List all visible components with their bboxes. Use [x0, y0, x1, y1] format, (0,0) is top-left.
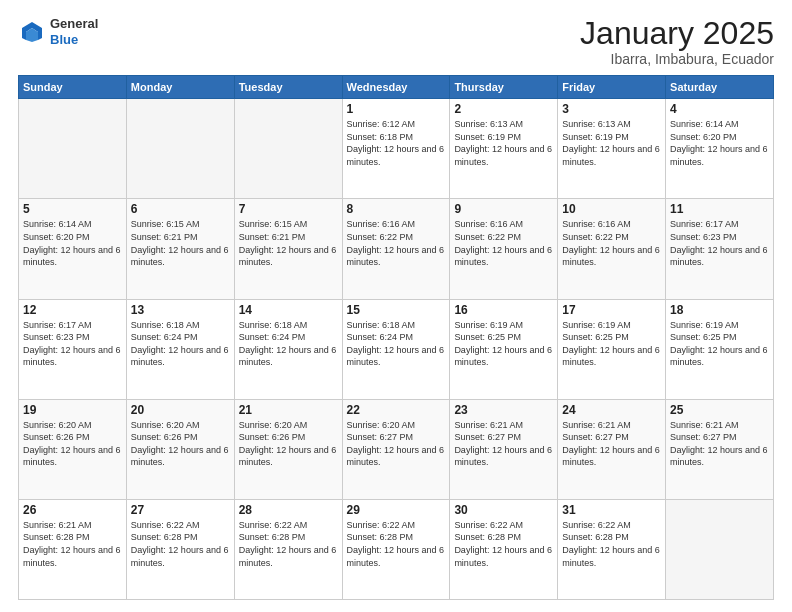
day-info: Sunrise: 6:22 AMSunset: 6:28 PMDaylight:… [454, 519, 553, 569]
calendar-cell: 22Sunrise: 6:20 AMSunset: 6:27 PMDayligh… [342, 399, 450, 499]
page: General Blue January 2025 Ibarra, Imbabu… [0, 0, 792, 612]
calendar-cell [126, 99, 234, 199]
logo: General Blue [18, 16, 98, 47]
weekday-header-thursday: Thursday [450, 76, 558, 99]
day-info: Sunrise: 6:13 AMSunset: 6:19 PMDaylight:… [562, 118, 661, 168]
weekday-header-tuesday: Tuesday [234, 76, 342, 99]
day-info: Sunrise: 6:22 AMSunset: 6:28 PMDaylight:… [131, 519, 230, 569]
logo-general: General [50, 16, 98, 32]
calendar-table: SundayMondayTuesdayWednesdayThursdayFrid… [18, 75, 774, 600]
day-info: Sunrise: 6:19 AMSunset: 6:25 PMDaylight:… [670, 319, 769, 369]
day-info: Sunrise: 6:14 AMSunset: 6:20 PMDaylight:… [670, 118, 769, 168]
calendar-cell [234, 99, 342, 199]
calendar-cell: 12Sunrise: 6:17 AMSunset: 6:23 PMDayligh… [19, 299, 127, 399]
calendar-cell: 18Sunrise: 6:19 AMSunset: 6:25 PMDayligh… [666, 299, 774, 399]
day-info: Sunrise: 6:22 AMSunset: 6:28 PMDaylight:… [239, 519, 338, 569]
day-number: 18 [670, 303, 769, 317]
day-info: Sunrise: 6:22 AMSunset: 6:28 PMDaylight:… [562, 519, 661, 569]
day-number: 21 [239, 403, 338, 417]
day-number: 16 [454, 303, 553, 317]
day-info: Sunrise: 6:21 AMSunset: 6:27 PMDaylight:… [562, 419, 661, 469]
day-info: Sunrise: 6:17 AMSunset: 6:23 PMDaylight:… [670, 218, 769, 268]
day-number: 13 [131, 303, 230, 317]
day-info: Sunrise: 6:20 AMSunset: 6:27 PMDaylight:… [347, 419, 446, 469]
calendar-cell: 17Sunrise: 6:19 AMSunset: 6:25 PMDayligh… [558, 299, 666, 399]
day-info: Sunrise: 6:15 AMSunset: 6:21 PMDaylight:… [239, 218, 338, 268]
calendar-cell: 21Sunrise: 6:20 AMSunset: 6:26 PMDayligh… [234, 399, 342, 499]
day-number: 4 [670, 102, 769, 116]
day-number: 12 [23, 303, 122, 317]
calendar-cell: 30Sunrise: 6:22 AMSunset: 6:28 PMDayligh… [450, 499, 558, 599]
day-number: 24 [562, 403, 661, 417]
day-info: Sunrise: 6:17 AMSunset: 6:23 PMDaylight:… [23, 319, 122, 369]
day-info: Sunrise: 6:15 AMSunset: 6:21 PMDaylight:… [131, 218, 230, 268]
logo-text: General Blue [50, 16, 98, 47]
calendar-cell: 24Sunrise: 6:21 AMSunset: 6:27 PMDayligh… [558, 399, 666, 499]
calendar-cell: 29Sunrise: 6:22 AMSunset: 6:28 PMDayligh… [342, 499, 450, 599]
day-info: Sunrise: 6:21 AMSunset: 6:27 PMDaylight:… [670, 419, 769, 469]
day-number: 28 [239, 503, 338, 517]
calendar-cell: 15Sunrise: 6:18 AMSunset: 6:24 PMDayligh… [342, 299, 450, 399]
calendar-cell: 1Sunrise: 6:12 AMSunset: 6:18 PMDaylight… [342, 99, 450, 199]
day-info: Sunrise: 6:22 AMSunset: 6:28 PMDaylight:… [347, 519, 446, 569]
calendar-cell: 28Sunrise: 6:22 AMSunset: 6:28 PMDayligh… [234, 499, 342, 599]
day-number: 6 [131, 202, 230, 216]
day-number: 7 [239, 202, 338, 216]
day-info: Sunrise: 6:16 AMSunset: 6:22 PMDaylight:… [454, 218, 553, 268]
day-number: 11 [670, 202, 769, 216]
calendar-cell [666, 499, 774, 599]
day-info: Sunrise: 6:16 AMSunset: 6:22 PMDaylight:… [347, 218, 446, 268]
calendar-cell: 27Sunrise: 6:22 AMSunset: 6:28 PMDayligh… [126, 499, 234, 599]
day-info: Sunrise: 6:20 AMSunset: 6:26 PMDaylight:… [131, 419, 230, 469]
weekday-header-sunday: Sunday [19, 76, 127, 99]
calendar-cell: 8Sunrise: 6:16 AMSunset: 6:22 PMDaylight… [342, 199, 450, 299]
calendar-cell: 25Sunrise: 6:21 AMSunset: 6:27 PMDayligh… [666, 399, 774, 499]
calendar-cell: 3Sunrise: 6:13 AMSunset: 6:19 PMDaylight… [558, 99, 666, 199]
day-info: Sunrise: 6:21 AMSunset: 6:27 PMDaylight:… [454, 419, 553, 469]
calendar-cell: 2Sunrise: 6:13 AMSunset: 6:19 PMDaylight… [450, 99, 558, 199]
day-number: 31 [562, 503, 661, 517]
calendar-cell: 23Sunrise: 6:21 AMSunset: 6:27 PMDayligh… [450, 399, 558, 499]
day-number: 20 [131, 403, 230, 417]
day-info: Sunrise: 6:14 AMSunset: 6:20 PMDaylight:… [23, 218, 122, 268]
day-number: 3 [562, 102, 661, 116]
day-number: 1 [347, 102, 446, 116]
calendar-cell: 31Sunrise: 6:22 AMSunset: 6:28 PMDayligh… [558, 499, 666, 599]
calendar-cell: 4Sunrise: 6:14 AMSunset: 6:20 PMDaylight… [666, 99, 774, 199]
day-info: Sunrise: 6:16 AMSunset: 6:22 PMDaylight:… [562, 218, 661, 268]
weekday-header-monday: Monday [126, 76, 234, 99]
day-number: 9 [454, 202, 553, 216]
calendar-cell: 11Sunrise: 6:17 AMSunset: 6:23 PMDayligh… [666, 199, 774, 299]
day-info: Sunrise: 6:13 AMSunset: 6:19 PMDaylight:… [454, 118, 553, 168]
day-number: 29 [347, 503, 446, 517]
calendar-cell: 10Sunrise: 6:16 AMSunset: 6:22 PMDayligh… [558, 199, 666, 299]
day-number: 30 [454, 503, 553, 517]
logo-blue: Blue [50, 32, 98, 48]
day-number: 8 [347, 202, 446, 216]
calendar-cell [19, 99, 127, 199]
calendar-cell: 20Sunrise: 6:20 AMSunset: 6:26 PMDayligh… [126, 399, 234, 499]
day-number: 14 [239, 303, 338, 317]
logo-icon [18, 18, 46, 46]
header: General Blue January 2025 Ibarra, Imbabu… [18, 16, 774, 67]
weekday-header-friday: Friday [558, 76, 666, 99]
day-number: 23 [454, 403, 553, 417]
weekday-header-wednesday: Wednesday [342, 76, 450, 99]
day-info: Sunrise: 6:20 AMSunset: 6:26 PMDaylight:… [239, 419, 338, 469]
day-info: Sunrise: 6:18 AMSunset: 6:24 PMDaylight:… [239, 319, 338, 369]
weekday-header-saturday: Saturday [666, 76, 774, 99]
location-subtitle: Ibarra, Imbabura, Ecuador [580, 51, 774, 67]
day-number: 10 [562, 202, 661, 216]
day-number: 15 [347, 303, 446, 317]
day-number: 17 [562, 303, 661, 317]
day-number: 19 [23, 403, 122, 417]
title-block: January 2025 Ibarra, Imbabura, Ecuador [580, 16, 774, 67]
calendar-cell: 6Sunrise: 6:15 AMSunset: 6:21 PMDaylight… [126, 199, 234, 299]
calendar-cell: 7Sunrise: 6:15 AMSunset: 6:21 PMDaylight… [234, 199, 342, 299]
day-number: 26 [23, 503, 122, 517]
calendar-cell: 19Sunrise: 6:20 AMSunset: 6:26 PMDayligh… [19, 399, 127, 499]
calendar-cell: 16Sunrise: 6:19 AMSunset: 6:25 PMDayligh… [450, 299, 558, 399]
day-info: Sunrise: 6:12 AMSunset: 6:18 PMDaylight:… [347, 118, 446, 168]
day-info: Sunrise: 6:21 AMSunset: 6:28 PMDaylight:… [23, 519, 122, 569]
day-info: Sunrise: 6:19 AMSunset: 6:25 PMDaylight:… [562, 319, 661, 369]
